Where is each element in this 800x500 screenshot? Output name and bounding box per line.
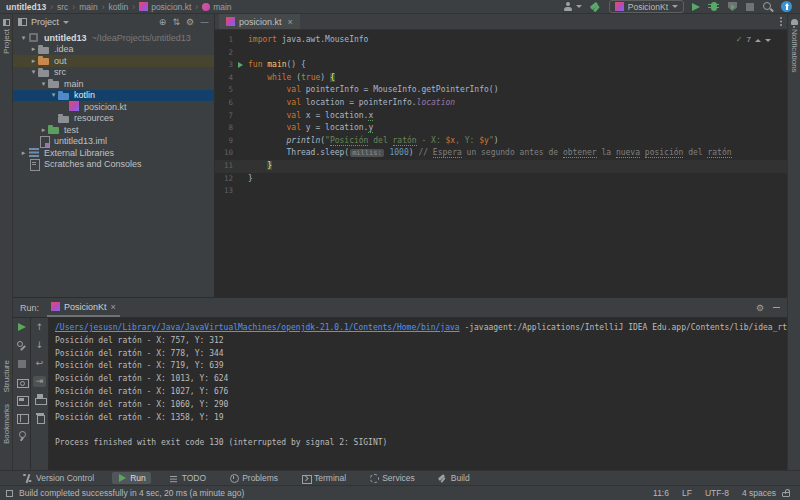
print-icon[interactable]	[34, 394, 46, 405]
chevron-down-icon[interactable]	[63, 21, 69, 24]
code-lines: 1import java.awt.MouseInfo23fun main() {…	[215, 34, 787, 198]
tree-row-Scratches-and-Consoles[interactable]: Scratches and Consoles	[13, 159, 214, 171]
run-console-output[interactable]: /Users/jesusn/Library/Java/JavaVirtualMa…	[49, 318, 787, 470]
chevron-down-icon[interactable]: ▾	[39, 80, 48, 88]
prev-problem-icon[interactable]	[755, 39, 761, 42]
ide-update-icon[interactable]	[781, 1, 792, 12]
status-widget-1[interactable]: LF	[682, 488, 692, 498]
tree-row-main[interactable]: ▾main	[13, 78, 214, 90]
rerun-icon[interactable]	[16, 322, 28, 333]
layout-settings-icon[interactable]	[16, 412, 28, 423]
toolwindow-tab-project[interactable]: Project	[2, 19, 11, 54]
chevron-right-icon[interactable]: ▸	[29, 45, 38, 53]
gear-icon[interactable]: ⚙	[756, 303, 764, 313]
tree-row-kotlin[interactable]: ▾kotlin	[13, 90, 214, 102]
run-button[interactable]	[692, 3, 700, 11]
chevron-down-icon[interactable]: ▾	[19, 34, 28, 42]
console-path-link[interactable]: /Users/jesusn/Library/Java/JavaVirtualMa…	[55, 323, 460, 332]
breadcrumb-separator-icon: ›	[195, 2, 198, 12]
status-widget-0[interactable]: 11:6	[653, 488, 669, 498]
tree-row-resources[interactable]: resources	[13, 113, 214, 125]
tree-row-out[interactable]: ▸out	[13, 55, 214, 67]
tree-row-External-Libraries[interactable]: ▸External Libraries	[13, 147, 214, 159]
inspections-widget[interactable]: ✓ 7	[736, 34, 771, 47]
expand-collapse-icon[interactable]: ⇅	[172, 17, 180, 27]
soft-wrap-icon[interactable]: ↩	[33, 358, 46, 369]
close-icon[interactable]: ×	[111, 302, 116, 312]
toolwindow-tab-bookmarks[interactable]: Bookmarks	[2, 404, 11, 444]
breadcrumb: untitled13›src›main›kotlin›posicion.kt›m…	[6, 2, 232, 12]
tree-row-test[interactable]: ▸test	[13, 124, 214, 136]
toolwindow-button-build[interactable]: Build	[433, 472, 475, 484]
tree-row-src[interactable]: ▾src	[13, 67, 214, 79]
status-widget-2[interactable]: UTF-8	[705, 488, 729, 498]
toolwindow-tab-label: Project	[2, 29, 11, 54]
prev-occurrence-icon[interactable]: ↑	[33, 322, 46, 333]
breadcrumb-item-main[interactable]: main	[202, 2, 231, 12]
chevron-down-icon[interactable]: ▾	[29, 68, 38, 76]
editor-line-11: 11 }	[215, 160, 787, 173]
toolwindow-toggle-icon[interactable]	[6, 490, 13, 497]
close-icon[interactable]: ×	[288, 17, 293, 27]
editor-line-13: 13	[215, 185, 787, 198]
build-hammer-icon[interactable]	[590, 1, 601, 12]
hide-panel-icon[interactable]: —	[200, 17, 209, 27]
editor-tab-posicion[interactable]: posicion.kt ×	[219, 14, 300, 29]
project-panel-title[interactable]: Project	[31, 17, 59, 27]
status-widget-3[interactable]: 4 spaces	[742, 488, 776, 498]
thread-dump-icon[interactable]	[16, 376, 28, 387]
breadcrumb-item-main[interactable]: main	[79, 2, 97, 12]
toolwindow-tab-notifications[interactable]: Notifications	[790, 29, 799, 73]
toolwindow-tab-label: Notifications	[790, 29, 799, 73]
code-editor[interactable]: 1import java.awt.MouseInfo23fun main() {…	[215, 30, 787, 297]
lock-icon[interactable]	[782, 492, 790, 497]
next-problem-icon[interactable]	[765, 39, 771, 42]
toolwindow-button-label: Services	[382, 473, 415, 483]
code-token: )	[494, 136, 499, 145]
editor-options-kebab-icon[interactable]	[780, 17, 782, 19]
chevron-right-icon[interactable]: ▸	[39, 126, 48, 134]
breadcrumb-item-kotlin[interactable]: kotlin	[108, 2, 128, 12]
toolwindow-button-version-control[interactable]: Version Control	[18, 472, 99, 484]
toolwindow-button-problems[interactable]: Problems	[224, 472, 283, 484]
breadcrumb-item-posicion-kt[interactable]: posicion.kt	[139, 2, 191, 12]
pin-tab-icon[interactable]	[16, 430, 28, 441]
stop-icon[interactable]	[746, 3, 754, 11]
debug-icon[interactable]	[708, 1, 719, 12]
run-tab-posicionkt[interactable]: PosicionKt ×	[47, 298, 120, 317]
breadcrumb-item-untitled13[interactable]: untitled13	[6, 2, 46, 12]
notifications-bell-icon[interactable]	[790, 18, 799, 27]
scratch-icon	[28, 159, 40, 170]
profile-menu[interactable]	[563, 1, 582, 12]
breadcrumb-item-src[interactable]: src	[57, 2, 68, 12]
tree-row-untitled13[interactable]: ▾untitled13~/IdeaProjects/untitled13	[13, 32, 214, 44]
settings-icon[interactable]: ⚙	[186, 17, 194, 27]
search-everywhere-icon[interactable]	[762, 1, 773, 12]
restore-layout-icon[interactable]	[16, 394, 28, 405]
run-gutter-icon[interactable]	[238, 62, 243, 68]
code-text: println("Posición del ratón - X: $x, Y: …	[248, 135, 499, 148]
chevron-right-icon[interactable]: ▸	[19, 149, 28, 157]
run-config-select[interactable]: PosicionKt	[609, 0, 684, 13]
locate-file-icon[interactable]: ⊕	[159, 17, 167, 27]
chevron-right-icon[interactable]: ▸	[29, 57, 38, 65]
vcs-icon	[23, 474, 32, 483]
toolwindow-button-terminal[interactable]: Terminal	[296, 472, 351, 484]
tree-label: resources	[74, 113, 114, 123]
next-occurrence-icon[interactable]: ↓	[33, 340, 46, 351]
scroll-to-end-icon[interactable]: ⇥	[33, 376, 46, 387]
run-settings-icon[interactable]	[16, 340, 28, 351]
console-line: Posición del ratón - X: 1013, Y: 624	[55, 373, 787, 386]
toolwindow-button-services[interactable]: Services	[364, 472, 420, 484]
hide-panel-icon[interactable]	[773, 307, 780, 309]
tree-row--idea[interactable]: ▸.idea	[13, 44, 214, 56]
toolwindow-button-todo[interactable]: TODO	[164, 472, 211, 484]
tree-row-posicion-kt[interactable]: posicion.kt	[13, 101, 214, 113]
tree-row-untitled13-iml[interactable]: untitled13.iml	[13, 136, 214, 148]
toolwindow-tab-structure[interactable]: Structure	[2, 360, 11, 392]
clear-console-icon[interactable]	[34, 412, 46, 423]
chevron-down-icon[interactable]: ▾	[49, 91, 58, 99]
toolwindow-button-run[interactable]: Run	[112, 472, 151, 484]
stop-icon[interactable]	[16, 358, 28, 369]
run-with-coverage-icon[interactable]	[727, 1, 738, 12]
